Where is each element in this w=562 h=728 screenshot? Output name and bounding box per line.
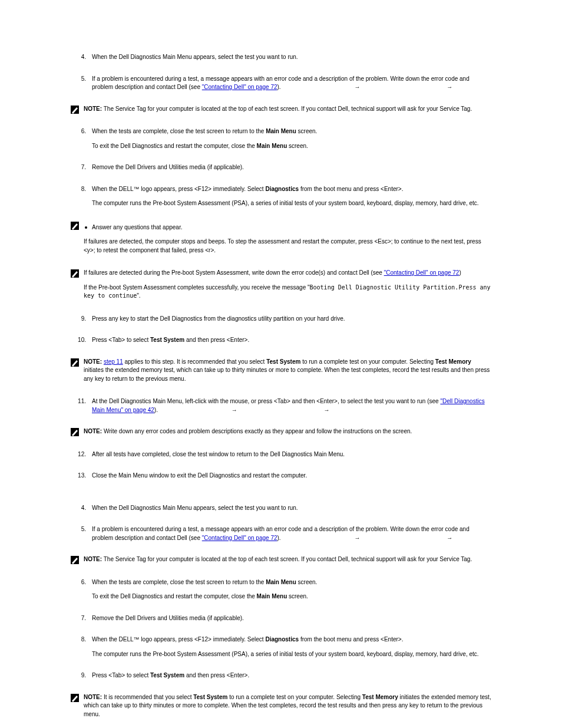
step-text: When the DELL™ logo appears, press <F12>… [92,635,491,644]
step-body: Remove the Dell Drivers and Utilities me… [92,614,491,629]
step-body: Press <Tab> to select Test System and th… [92,671,491,686]
step-number: 9. [71,671,92,686]
step-number: 7. [71,163,92,178]
step-11: 11. At the Dell Diagnostics Main Menu, l… [71,397,491,420]
note-line: If failures are detected during the Pre-… [84,269,491,278]
arrow-icon: → [445,83,454,92]
step-number: 7. [71,614,92,629]
note-icon [71,222,79,230]
step-body: When the tests are complete, close the t… [92,127,491,156]
note-row: NOTE: Write down any error codes and pro… [71,427,491,442]
arrow-icon: → [353,83,361,92]
contacting-dell-link[interactable]: "Contacting Dell" on page 72 [202,535,277,541]
note-icon [71,556,79,564]
note-row: Answer any questions that appear. If fai… [71,221,491,261]
step-number: 10. [71,336,92,351]
step-4: 4. When the Dell Diagnostics Main Menu a… [71,53,491,68]
step-number: 12. [71,450,92,465]
step-number: 6. [71,127,92,156]
note-text: NOTE: The Service Tag for your computer … [84,555,491,570]
step-text: Remove the Dell Drivers and Utilities me… [92,163,491,172]
step-text: When the Dell Diagnostics Main Menu appe… [92,53,491,62]
step-text: Press <Tab> to select Test System and th… [92,336,491,345]
step-7b: 7. Remove the Dell Drivers and Utilities… [71,614,491,629]
step-body: At the Dell Diagnostics Main Menu, left-… [92,397,491,420]
step-13: 13. Close the Main Menu window to exit t… [71,472,491,486]
step-11-xref-link[interactable]: step 11 [104,358,123,365]
steps-list-a-cont3: 11. At the Dell Diagnostics Main Menu, l… [71,397,491,420]
steps-list-a: 4. When the Dell Diagnostics Main Menu a… [71,53,491,98]
note-line: If the Pre-boot System Assessment comple… [84,284,491,301]
step-text: When the DELL™ logo appears, press <F12>… [92,185,491,194]
step-body: Press <Tab> to select Test System and th… [92,336,491,351]
step-5b: 5. If a problem is encountered during a … [71,525,491,548]
step-text: If a problem is encountered during a tes… [92,525,491,542]
note-icon [71,269,79,278]
contacting-dell-link[interactable]: "Contacting Dell" on page 72 [384,269,459,276]
step-9b: 9. Press <Tab> to select Test System and… [71,671,491,686]
step-7: 7. Remove the Dell Drivers and Utilities… [71,163,491,178]
contacting-dell-link[interactable]: "Contacting Dell" on page 72 [202,84,277,90]
step-text: To exit the Dell Diagnostics and restart… [92,142,491,151]
step-text: At the Dell Diagnostics Main Menu, left-… [92,397,491,414]
note-row: If failures are detected during the Pre-… [71,269,491,307]
note-bullet: Answer any questions that appear. [84,223,491,232]
note-row: NOTE: It is recommended that you select … [71,693,491,725]
step-text: Press <Tab> to select Test System and th… [92,671,491,680]
step-text: The computer runs the Pre-boot System As… [92,199,491,208]
step-number: 5. [71,525,92,548]
arrow-icon: → [323,406,331,415]
note-text: Answer any questions that appear. If fai… [84,221,491,261]
step-number: 5. [71,75,92,98]
step-text: If a problem is encountered during a tes… [92,75,491,92]
step-text: Close the Main Menu window to exit the D… [92,472,491,480]
step-8: 8. When the DELL™ logo appears, press <F… [71,185,491,214]
note-line: NOTE: step 11 applies to this step. It i… [84,358,491,384]
arrow-icon: → [445,534,454,543]
arrow-icon: → [353,534,361,543]
note-line: If failures are detected, the computer s… [84,238,491,255]
step-body: Remove the Dell Drivers and Utilities me… [92,163,491,178]
arrow-icon: → [230,406,239,415]
step-10: 10. Press <Tab> to select Test System an… [71,336,491,351]
step-text: Remove the Dell Drivers and Utilities me… [92,614,491,623]
note-line: NOTE: Write down any error codes and pro… [84,427,491,436]
step-6b: 6. When the tests are complete, close th… [71,578,491,607]
steps-list-a-cont2: 9. Press any key to start the Dell Diagn… [71,315,491,351]
note-icon [71,694,79,702]
step-text: When the tests are complete, close the t… [92,127,491,136]
step-text: After all tests have completed, close th… [92,450,491,459]
document-page: 4. When the Dell Diagnostics Main Menu a… [0,0,562,728]
step-text: When the Dell Diagnostics Main Menu appe… [92,504,491,513]
step-number: 8. [71,635,92,664]
step-text: When the tests are complete, close the t… [92,578,491,587]
step-body: Close the Main Menu window to exit the D… [92,472,491,486]
note-icon [71,106,79,114]
step-number: 13. [71,472,92,486]
step-body: After all tests have completed, close th… [92,450,491,465]
step-number: 6. [71,578,92,607]
step-text: The computer runs the Pre-boot System As… [92,650,491,659]
step-12: 12. After all tests have completed, clos… [71,450,491,465]
step-number: 4. [71,53,92,68]
note-text: NOTE: The Service Tag for your computer … [84,105,491,120]
note-icon [71,358,79,367]
note-text: NOTE: It is recommended that you select … [84,693,491,725]
step-body: When the Dell Diagnostics Main Menu appe… [92,504,491,519]
step-body: When the tests are complete, close the t… [92,578,491,607]
step-6: 6. When the tests are complete, close th… [71,127,491,156]
step-8b: 8. When the DELL™ logo appears, press <F… [71,635,491,664]
note-row: NOTE: step 11 applies to this step. It i… [71,358,491,390]
step-number: 4. [71,504,92,519]
step-5: 5. If a problem is encountered during a … [71,75,491,98]
note-row: NOTE: The Service Tag for your computer … [71,105,491,120]
step-body: When the DELL™ logo appears, press <F12>… [92,635,491,664]
step-4b: 4. When the Dell Diagnostics Main Menu a… [71,504,491,519]
step-body: When the DELL™ logo appears, press <F12>… [92,185,491,214]
note-text: If failures are detected during the Pre-… [84,269,491,307]
step-number: 8. [71,185,92,214]
note-line: NOTE: It is recommended that you select … [84,693,491,719]
steps-list-b: 4. When the Dell Diagnostics Main Menu a… [71,504,491,549]
step-9: 9. Press any key to start the Dell Diagn… [71,315,491,330]
step-number: 11. [71,397,92,420]
